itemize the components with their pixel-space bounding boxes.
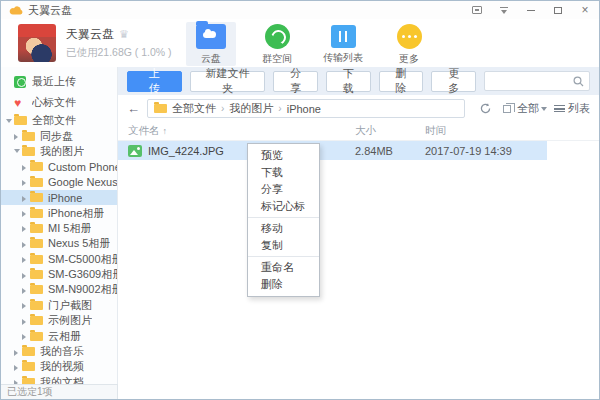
crown-icon: ♛ — [119, 29, 129, 40]
menu-divider — [248, 217, 319, 218]
chevron-right-icon[interactable] — [22, 269, 30, 281]
new-folder-button[interactable]: 新建文件夹 — [190, 71, 266, 92]
chevron-right-icon[interactable] — [14, 361, 22, 373]
search-input[interactable] — [490, 76, 573, 87]
folder-icon — [30, 193, 43, 202]
menu-item-share[interactable]: 分享 — [248, 181, 319, 198]
back-icon[interactable]: ← — [127, 101, 140, 116]
image-file-icon — [128, 145, 142, 157]
menu-item-mark-favorite[interactable]: 标记心标 — [248, 198, 319, 215]
chevron-right-icon[interactable] — [22, 284, 30, 296]
menu-item-move[interactable]: 移动 — [248, 220, 319, 237]
sidebar-item-recent-uploads[interactable]: 最近上传 — [1, 71, 117, 92]
menu-item-copy[interactable]: 复制 — [248, 237, 319, 254]
sidebar-item-smg3609-album[interactable]: SM-G3609相册 — [1, 267, 117, 282]
column-header-time[interactable]: 时间 — [425, 124, 547, 138]
chevron-right-icon[interactable] — [14, 346, 22, 358]
header: 天翼云盘 ♛ 已使用21.68G ( 1.0% ) 云盘 群空间 传输列表 更多 — [1, 19, 599, 67]
chevron-right-icon[interactable] — [22, 299, 30, 311]
chevron-right-icon[interactable] — [14, 130, 22, 142]
chevron-right-icon[interactable] — [22, 222, 30, 234]
minimize-icon[interactable] — [525, 4, 537, 16]
column-header-name[interactable]: 文件名 ↑ — [118, 124, 355, 138]
sidebar-item-my-pictures[interactable]: 我的图片 — [1, 144, 117, 159]
sidebar-item-my-videos[interactable]: 我的视频 — [1, 359, 117, 374]
breadcrumb: 全部文件 › 我的图片 › iPhone — [147, 99, 465, 118]
sidebar-item-my-music[interactable]: 我的音乐 — [1, 344, 117, 359]
search-icon[interactable] — [573, 76, 584, 87]
folder-icon — [22, 362, 35, 371]
menu-item-download[interactable]: 下载 — [248, 164, 319, 181]
chevron-down-icon[interactable] — [6, 115, 14, 127]
folder-icon — [30, 224, 43, 233]
column-header-size[interactable]: 大小 — [355, 124, 425, 138]
chevron-right-icon[interactable] — [22, 315, 30, 327]
table-row[interactable]: IMG_4224.JPG 2.84MB 2017-07-19 14:39 — [118, 141, 547, 160]
folder-icon — [30, 255, 43, 264]
sidebar-item-portal-screenshots[interactable]: 门户截图 — [1, 298, 117, 313]
folder-icon — [154, 104, 167, 113]
view-mode-toggle[interactable]: 列表 — [554, 101, 590, 116]
sidebar-item-smn9002-album[interactable]: SM-N9002相册 — [1, 282, 117, 297]
menu-item-preview[interactable]: 预览 — [248, 147, 319, 164]
chevron-right-icon[interactable] — [22, 238, 30, 250]
maximize-icon[interactable] — [552, 4, 564, 16]
more-actions-button[interactable]: 更多 — [431, 71, 476, 92]
folder-icon — [30, 301, 43, 310]
menu-item-delete[interactable]: 删除 — [248, 276, 319, 293]
breadcrumb-all-files[interactable]: 全部文件 — [172, 101, 216, 116]
sidebar-item-custom-phone[interactable]: Custom Phone - — [1, 159, 117, 174]
file-size-cell: 2.84MB — [355, 145, 425, 157]
view-controls: 全部 列表 — [479, 101, 590, 116]
sidebar-item-iphone[interactable]: iPhone — [1, 190, 117, 205]
window-controls: × — [471, 4, 591, 16]
chevron-right-icon[interactable] — [22, 192, 30, 204]
delete-button[interactable]: 删除 — [379, 71, 424, 92]
download-button[interactable]: 下载 — [326, 71, 371, 92]
sidebar-item-favorites[interactable]: ♥ 心标文件 — [1, 92, 117, 113]
chevron-right-icon[interactable] — [22, 253, 30, 265]
search-box — [484, 71, 590, 91]
chevron-right-icon[interactable] — [22, 161, 30, 173]
app-logo-cloud-icon — [9, 5, 23, 15]
sidebar-item-smc5000-album[interactable]: SM-C5000相册 — [1, 252, 117, 267]
close-icon[interactable]: × — [579, 4, 591, 16]
sidebar-item-all-files[interactable]: 全部文件 — [1, 113, 117, 128]
sidebar-item-iphone-album[interactable]: iPhone相册 — [1, 205, 117, 220]
sidebar-item-sample-pictures[interactable]: 示例图片 — [1, 313, 117, 328]
folder-icon — [30, 178, 43, 187]
nav-item-transfer-list[interactable]: 传输列表 — [318, 22, 368, 66]
folder-icon — [30, 162, 43, 171]
sidebar-item-sync-disk[interactable]: 同步盘 — [1, 128, 117, 143]
table-header: 文件名 ↑ 大小 时间 — [118, 122, 599, 141]
transfer-list-icon — [331, 25, 356, 48]
status-bar: 已选定1项 — [1, 384, 118, 399]
menu-item-rename[interactable]: 重命名 — [248, 259, 319, 276]
feedback-icon[interactable] — [471, 4, 483, 16]
sidebar-item-google-nexus-4[interactable]: Google Nexus 4 — [1, 175, 117, 190]
nav-item-cloud-disk[interactable]: 云盘 — [186, 22, 236, 66]
upload-button[interactable]: 上传 — [127, 71, 182, 92]
sidebar-item-mi5-album[interactable]: MI 5相册 — [1, 221, 117, 236]
group-space-icon — [265, 24, 290, 49]
sidebar-item-cloud-album[interactable]: 云相册 — [1, 328, 117, 343]
breadcrumb-my-pictures[interactable]: 我的图片 — [229, 101, 273, 116]
share-button[interactable]: 分享 — [273, 71, 318, 92]
breadcrumb-iphone[interactable]: iPhone — [287, 103, 321, 115]
folder-icon — [30, 285, 43, 294]
nav-item-more[interactable]: 更多 — [384, 22, 434, 66]
clock-icon — [14, 76, 26, 88]
refresh-icon[interactable] — [479, 102, 492, 115]
breadcrumb-separator: › — [278, 103, 281, 114]
chevron-down-icon[interactable] — [14, 145, 22, 157]
sort-ascending-icon: ↑ — [163, 126, 168, 136]
sidebar-item-nexus5-album[interactable]: Nexus 5相册 — [1, 236, 117, 251]
filter-icon — [503, 105, 511, 113]
chevron-right-icon[interactable] — [22, 330, 30, 342]
filter-dropdown[interactable]: 全部 — [499, 101, 547, 116]
nav-item-group-space[interactable]: 群空间 — [252, 22, 302, 66]
chevron-right-icon[interactable] — [22, 207, 30, 219]
skin-menu-icon[interactable] — [498, 4, 510, 16]
chevron-right-icon[interactable] — [22, 176, 30, 188]
avatar[interactable] — [18, 24, 56, 62]
